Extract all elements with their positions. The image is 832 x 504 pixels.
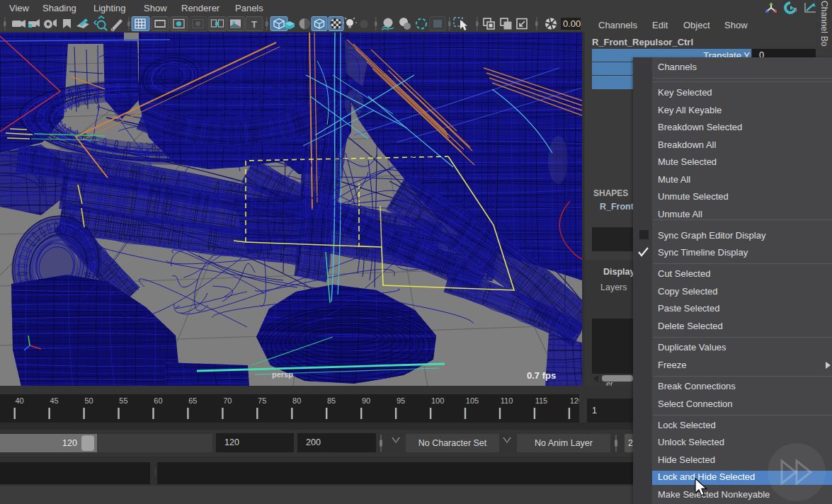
svg-text:60: 60	[154, 396, 162, 405]
svg-text:80: 80	[292, 396, 301, 405]
svg-text:90: 90	[362, 396, 370, 405]
svg-text:100: 100	[431, 396, 444, 405]
svg-text:45: 45	[50, 396, 58, 405]
svg-text:50: 50	[84, 396, 93, 405]
svg-text:110: 110	[501, 396, 513, 405]
svg-text:75: 75	[258, 396, 266, 405]
svg-text:55: 55	[119, 396, 127, 405]
svg-text:65: 65	[188, 396, 197, 405]
svg-text:115: 115	[535, 396, 548, 405]
svg-text:40: 40	[16, 396, 24, 405]
svg-text:105: 105	[466, 396, 479, 405]
svg-text:95: 95	[397, 396, 405, 405]
svg-text:T: T	[251, 19, 257, 30]
svg-text:85: 85	[327, 396, 336, 405]
svg-text:70: 70	[223, 396, 232, 405]
